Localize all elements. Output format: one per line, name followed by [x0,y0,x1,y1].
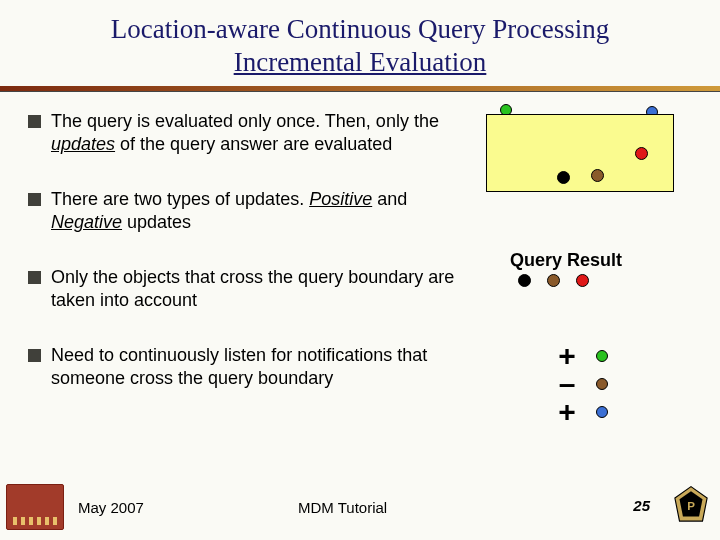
dot-brown [591,169,604,182]
footer-title: MDM Tutorial [298,499,387,516]
bullet-square-icon [28,193,41,206]
title-block: Location-aware Continuous Query Processi… [0,0,720,78]
dot-red [576,274,589,287]
bullet-square-icon [28,349,41,362]
svg-text:P: P [687,500,695,512]
bullet-text: Only the objects that cross the query bo… [51,266,468,312]
update-row: + [556,342,608,370]
bullet-item: The query is evaluated only once. Then, … [28,110,468,156]
footer: May 2007 MDM Tutorial 25 P [0,482,720,532]
update-row: + [556,398,608,426]
content-area: The query is evaluated only once. Then, … [0,92,720,422]
query-result-label: Query Result [510,250,622,271]
bullet-item: Only the objects that cross the query bo… [28,266,468,312]
update-row: – [556,370,608,398]
dot-black [557,171,570,184]
bullet-item: Need to continuously listen for notifica… [28,344,468,390]
diagram-panel: Query Result + – + [468,110,702,422]
title-line2: Incremental Evaluation [0,47,720,78]
query-result-dots [518,274,589,287]
dot-red [635,147,648,160]
update-signs: + – + [556,342,608,426]
page-number: 25 [633,497,650,514]
bullet-text: The query is evaluated only once. Then, … [51,110,468,156]
title-line1: Location-aware Continuous Query Processi… [0,14,720,45]
bullet-list: The query is evaluated only once. Then, … [28,110,468,422]
logo-purdue: P [668,482,714,528]
footer-date: May 2007 [78,499,144,516]
bullet-square-icon [28,115,41,128]
bullet-text: Need to continuously listen for notifica… [51,344,468,390]
dot-brown [547,274,560,287]
query-region [486,114,674,192]
dot-black [518,274,531,287]
plus-icon: + [556,345,578,367]
plus-icon: + [556,401,578,423]
logo-minnesota [6,484,64,530]
bullet-text: There are two types of updates. Positive… [51,188,468,234]
dot-blue [596,406,608,418]
dot-brown [596,378,608,390]
dot-green [596,350,608,362]
bullet-item: There are two types of updates. Positive… [28,188,468,234]
minus-icon: – [556,373,578,395]
bullet-square-icon [28,271,41,284]
